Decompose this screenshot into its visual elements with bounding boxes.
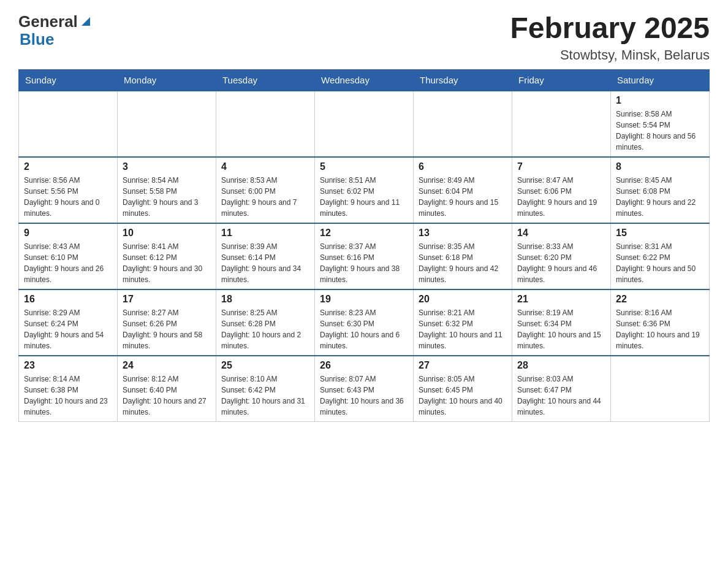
day-info: Sunrise: 8:51 AM Sunset: 6:02 PM Dayligh… bbox=[320, 175, 408, 219]
calendar-day-cell bbox=[19, 91, 118, 157]
day-number: 25 bbox=[221, 360, 309, 371]
calendar-day-cell: 26Sunrise: 8:07 AM Sunset: 6:43 PM Dayli… bbox=[315, 356, 414, 422]
calendar-day-cell: 5Sunrise: 8:51 AM Sunset: 6:02 PM Daylig… bbox=[315, 157, 414, 223]
logo-text-general: General bbox=[18, 12, 78, 31]
calendar-day-cell bbox=[118, 91, 216, 157]
day-info: Sunrise: 8:27 AM Sunset: 6:26 PM Dayligh… bbox=[123, 307, 211, 351]
day-info: Sunrise: 8:58 AM Sunset: 5:54 PM Dayligh… bbox=[616, 109, 704, 153]
calendar-week-row: 23Sunrise: 8:14 AM Sunset: 6:38 PM Dayli… bbox=[19, 356, 710, 422]
day-info: Sunrise: 8:05 AM Sunset: 6:45 PM Dayligh… bbox=[419, 373, 507, 418]
calendar-day-cell: 12Sunrise: 8:37 AM Sunset: 6:16 PM Dayli… bbox=[315, 223, 414, 289]
calendar-day-header: Tuesday bbox=[216, 69, 315, 91]
day-info: Sunrise: 8:37 AM Sunset: 6:16 PM Dayligh… bbox=[320, 241, 408, 285]
day-number: 26 bbox=[320, 360, 408, 371]
day-number: 14 bbox=[517, 228, 605, 239]
day-number: 17 bbox=[123, 294, 211, 305]
calendar-day-cell: 8Sunrise: 8:45 AM Sunset: 6:08 PM Daylig… bbox=[611, 157, 710, 223]
calendar-day-cell: 23Sunrise: 8:14 AM Sunset: 6:38 PM Dayli… bbox=[19, 356, 118, 422]
day-number: 10 bbox=[123, 228, 211, 239]
day-info: Sunrise: 8:16 AM Sunset: 6:36 PM Dayligh… bbox=[616, 307, 704, 351]
day-info: Sunrise: 8:14 AM Sunset: 6:38 PM Dayligh… bbox=[24, 373, 112, 418]
calendar-day-cell: 28Sunrise: 8:03 AM Sunset: 6:47 PM Dayli… bbox=[512, 356, 611, 422]
calendar-day-cell: 25Sunrise: 8:10 AM Sunset: 6:42 PM Dayli… bbox=[216, 356, 315, 422]
logo-text-blue: Blue bbox=[20, 30, 54, 48]
day-info: Sunrise: 8:21 AM Sunset: 6:32 PM Dayligh… bbox=[419, 307, 507, 351]
day-info: Sunrise: 8:19 AM Sunset: 6:34 PM Dayligh… bbox=[517, 307, 605, 351]
calendar-day-cell: 21Sunrise: 8:19 AM Sunset: 6:34 PM Dayli… bbox=[512, 289, 611, 356]
day-number: 6 bbox=[419, 161, 507, 172]
calendar-day-cell: 17Sunrise: 8:27 AM Sunset: 6:26 PM Dayli… bbox=[118, 289, 216, 356]
calendar-week-row: 2Sunrise: 8:56 AM Sunset: 5:56 PM Daylig… bbox=[19, 157, 710, 223]
calendar-day-header: Wednesday bbox=[315, 69, 414, 91]
calendar-day-cell: 20Sunrise: 8:21 AM Sunset: 6:32 PM Dayli… bbox=[414, 289, 512, 356]
calendar-day-cell: 14Sunrise: 8:33 AM Sunset: 6:20 PM Dayli… bbox=[512, 223, 611, 289]
day-info: Sunrise: 8:29 AM Sunset: 6:24 PM Dayligh… bbox=[24, 307, 112, 351]
calendar-day-cell: 4Sunrise: 8:53 AM Sunset: 6:00 PM Daylig… bbox=[216, 157, 315, 223]
day-number: 18 bbox=[221, 294, 309, 305]
calendar-day-cell: 27Sunrise: 8:05 AM Sunset: 6:45 PM Dayli… bbox=[414, 356, 512, 422]
calendar-day-cell: 15Sunrise: 8:31 AM Sunset: 6:22 PM Dayli… bbox=[611, 223, 710, 289]
day-number: 12 bbox=[320, 228, 408, 239]
day-number: 16 bbox=[24, 294, 112, 305]
day-info: Sunrise: 8:10 AM Sunset: 6:42 PM Dayligh… bbox=[221, 373, 309, 418]
calendar-week-row: 16Sunrise: 8:29 AM Sunset: 6:24 PM Dayli… bbox=[19, 289, 710, 356]
svg-marker-0 bbox=[82, 17, 90, 26]
calendar-day-cell: 16Sunrise: 8:29 AM Sunset: 6:24 PM Dayli… bbox=[19, 289, 118, 356]
calendar-day-header: Friday bbox=[512, 69, 611, 91]
title-block: February 2025 Stowbtsy, Minsk, Belarus bbox=[510, 12, 710, 63]
day-number: 27 bbox=[419, 360, 507, 371]
day-info: Sunrise: 8:49 AM Sunset: 6:04 PM Dayligh… bbox=[419, 175, 507, 219]
day-info: Sunrise: 8:35 AM Sunset: 6:18 PM Dayligh… bbox=[419, 241, 507, 285]
calendar-day-cell bbox=[414, 91, 512, 157]
day-info: Sunrise: 8:54 AM Sunset: 5:58 PM Dayligh… bbox=[123, 175, 211, 219]
day-info: Sunrise: 8:47 AM Sunset: 6:06 PM Dayligh… bbox=[517, 175, 605, 219]
calendar-day-cell: 3Sunrise: 8:54 AM Sunset: 5:58 PM Daylig… bbox=[118, 157, 216, 223]
day-number: 13 bbox=[419, 228, 507, 239]
day-number: 24 bbox=[123, 360, 211, 371]
day-info: Sunrise: 8:33 AM Sunset: 6:20 PM Dayligh… bbox=[517, 241, 605, 285]
calendar-day-cell: 7Sunrise: 8:47 AM Sunset: 6:06 PM Daylig… bbox=[512, 157, 611, 223]
calendar-day-cell: 11Sunrise: 8:39 AM Sunset: 6:14 PM Dayli… bbox=[216, 223, 315, 289]
calendar-day-cell: 19Sunrise: 8:23 AM Sunset: 6:30 PM Dayli… bbox=[315, 289, 414, 356]
calendar-day-cell: 24Sunrise: 8:12 AM Sunset: 6:40 PM Dayli… bbox=[118, 356, 216, 422]
day-info: Sunrise: 8:53 AM Sunset: 6:00 PM Dayligh… bbox=[221, 175, 309, 219]
page-header: General Blue February 2025 Stowbtsy, Min… bbox=[18, 12, 710, 63]
calendar-day-cell: 1Sunrise: 8:58 AM Sunset: 5:54 PM Daylig… bbox=[611, 91, 710, 157]
day-info: Sunrise: 8:25 AM Sunset: 6:28 PM Dayligh… bbox=[221, 307, 309, 351]
day-info: Sunrise: 8:43 AM Sunset: 6:10 PM Dayligh… bbox=[24, 241, 112, 285]
day-number: 20 bbox=[419, 294, 507, 305]
day-number: 28 bbox=[517, 360, 605, 371]
day-number: 7 bbox=[517, 161, 605, 172]
day-info: Sunrise: 8:23 AM Sunset: 6:30 PM Dayligh… bbox=[320, 307, 408, 351]
day-number: 1 bbox=[616, 95, 704, 106]
day-info: Sunrise: 8:31 AM Sunset: 6:22 PM Dayligh… bbox=[616, 241, 704, 285]
calendar-day-header: Sunday bbox=[19, 69, 118, 91]
day-number: 5 bbox=[320, 161, 408, 172]
calendar-day-header: Saturday bbox=[611, 69, 710, 91]
calendar-day-header: Monday bbox=[118, 69, 216, 91]
location-title: Stowbtsy, Minsk, Belarus bbox=[510, 47, 710, 63]
day-info: Sunrise: 8:07 AM Sunset: 6:43 PM Dayligh… bbox=[320, 373, 408, 418]
calendar-day-cell bbox=[216, 91, 315, 157]
calendar-day-cell: 9Sunrise: 8:43 AM Sunset: 6:10 PM Daylig… bbox=[19, 223, 118, 289]
calendar-week-row: 9Sunrise: 8:43 AM Sunset: 6:10 PM Daylig… bbox=[19, 223, 710, 289]
calendar-day-cell: 6Sunrise: 8:49 AM Sunset: 6:04 PM Daylig… bbox=[414, 157, 512, 223]
day-number: 11 bbox=[221, 228, 309, 239]
calendar-day-cell: 2Sunrise: 8:56 AM Sunset: 5:56 PM Daylig… bbox=[19, 157, 118, 223]
calendar-day-cell bbox=[512, 91, 611, 157]
day-info: Sunrise: 8:12 AM Sunset: 6:40 PM Dayligh… bbox=[123, 373, 211, 418]
calendar-day-cell: 10Sunrise: 8:41 AM Sunset: 6:12 PM Dayli… bbox=[118, 223, 216, 289]
calendar-week-row: 1Sunrise: 8:58 AM Sunset: 5:54 PM Daylig… bbox=[19, 91, 710, 157]
day-info: Sunrise: 8:41 AM Sunset: 6:12 PM Dayligh… bbox=[123, 241, 211, 285]
calendar-day-cell: 22Sunrise: 8:16 AM Sunset: 6:36 PM Dayli… bbox=[611, 289, 710, 356]
day-number: 15 bbox=[616, 228, 704, 239]
day-info: Sunrise: 8:45 AM Sunset: 6:08 PM Dayligh… bbox=[616, 175, 704, 219]
calendar-day-cell bbox=[611, 356, 710, 422]
calendar-day-cell: 13Sunrise: 8:35 AM Sunset: 6:18 PM Dayli… bbox=[414, 223, 512, 289]
calendar-day-cell bbox=[315, 91, 414, 157]
month-title: February 2025 bbox=[510, 12, 710, 45]
day-number: 8 bbox=[616, 161, 704, 172]
day-number: 3 bbox=[123, 161, 211, 172]
day-number: 4 bbox=[221, 161, 309, 172]
day-number: 9 bbox=[24, 228, 112, 239]
